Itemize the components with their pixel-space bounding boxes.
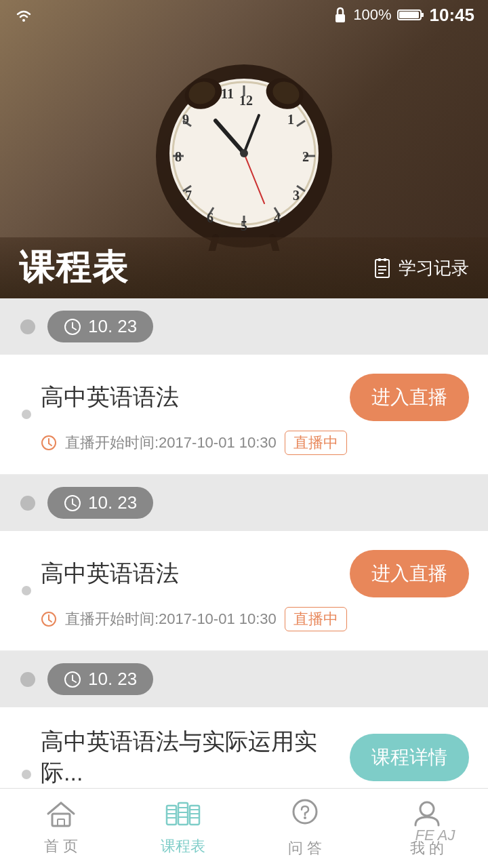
course-meta-0: 直播开始时间:2017-10-01 10:30 直播中 [41,431,469,455]
schedule-list: 10. 23 高中英语语法 进入直播 直播开始时间:2017-10-01 10:… [0,298,488,868]
study-record-label: 学习记录 [399,256,469,280]
course-name-1: 高中英语语法 [41,558,336,589]
date-text-0: 10. 23 [88,316,137,337]
courses-icon [165,800,201,832]
live-status-badge-1: 直播中 [285,607,347,631]
svg-text:5: 5 [241,218,247,233]
svg-text:1: 1 [287,112,294,127]
status-left-icons [14,7,34,22]
nav-label-home: 首 页 [44,836,78,856]
svg-rect-68 [167,806,176,825]
course-name-0: 高中英语语法 [41,382,336,413]
course-detail-btn-2[interactable]: 课程详情 [350,734,469,781]
status-right-icons: 100% 10:45 [333,5,474,26]
svg-text:11: 11 [221,86,234,101]
nav-label-courses: 课程表 [161,836,205,856]
svg-line-56 [73,504,76,506]
svg-rect-44 [384,258,386,261]
enter-live-btn-0[interactable]: 进入直播 [350,374,469,421]
svg-rect-43 [378,258,381,261]
nav-item-home[interactable]: 首 页 [7,800,115,856]
course-time-label-0: 直播开始时间:2017-10-01 10:30 [65,433,277,453]
enter-live-btn-1[interactable]: 进入直播 [350,550,469,597]
time-display: 10:45 [430,5,475,26]
svg-point-81 [304,816,306,819]
course-time-label-1: 直播开始时间:2017-10-01 10:30 [65,609,277,629]
date-text-2: 10. 23 [88,669,137,690]
schedule-group-1: 10. 23 高中英语语法 进入直播 直播开始时间:2017-10-01 10:… [0,475,488,651]
course-card-0: 高中英语语法 进入直播 直播开始时间:2017-10-01 10:30 直播中 [0,355,488,475]
timeline-dot-1 [20,496,35,511]
page-title: 课程表 [19,244,129,292]
timeline-dot-0 [20,319,35,334]
date-row-2: 10. 23 [0,651,488,707]
svg-rect-42 [375,260,389,277]
nav-label-qa: 问 答 [288,838,322,859]
course-meta-1: 直播开始时间:2017-10-01 10:30 直播中 [41,607,469,631]
home-icon [45,800,77,832]
svg-text:3: 3 [293,188,300,203]
course-card-1: 高中英语语法 进入直播 直播开始时间:2017-10-01 10:30 直播中 [0,531,488,651]
svg-text:12: 12 [239,93,253,108]
nav-item-courses[interactable]: 课程表 [129,800,237,856]
status-bar: 100% 10:45 [0,0,488,30]
date-row-1: 10. 23 [0,475,488,531]
schedule-group-0: 10. 23 高中英语语法 进入直播 直播开始时间:2017-10-01 10:… [0,298,488,475]
svg-rect-4 [421,13,424,17]
battery-text: 100% [353,6,391,24]
svg-rect-3 [399,12,419,18]
svg-text:4: 4 [274,210,281,225]
svg-line-53 [49,443,52,446]
nav-item-qa[interactable]: 问 答 [251,798,359,859]
hero-section: 12 1 2 3 4 5 6 7 8 9 10 11 [0,0,488,298]
svg-line-50 [73,328,76,330]
clock-illustration: 12 1 2 3 4 5 6 7 8 9 10 11 [129,20,359,251]
date-badge-0: 10. 23 [47,311,153,342]
svg-text:6: 6 [207,210,214,225]
svg-text:2: 2 [302,149,309,164]
svg-text:8: 8 [175,149,182,164]
timeline-dot-2 [20,672,35,687]
svg-point-80 [293,800,317,823]
qa-icon [289,798,321,834]
svg-rect-1 [336,14,345,22]
svg-rect-72 [178,803,188,825]
watermark: FE AJ [382,803,488,868]
live-status-badge-0: 直播中 [285,431,347,455]
svg-point-0 [22,19,25,22]
hero-bottom-bar: 课程表 学习记录 [0,237,488,298]
date-badge-2: 10. 23 [47,663,153,695]
study-record-btn[interactable]: 学习记录 [374,256,469,280]
svg-rect-76 [190,806,199,825]
svg-line-62 [73,680,76,682]
svg-line-59 [49,620,52,622]
course-name-2: 高中英语语法与实际运用实际... [41,726,336,789]
svg-text:7: 7 [185,188,192,203]
date-badge-1: 10. 23 [47,487,153,519]
date-row-0: 10. 23 [0,298,488,355]
date-text-1: 10. 23 [88,492,137,513]
svg-text:9: 9 [182,112,189,127]
svg-point-35 [240,149,248,157]
